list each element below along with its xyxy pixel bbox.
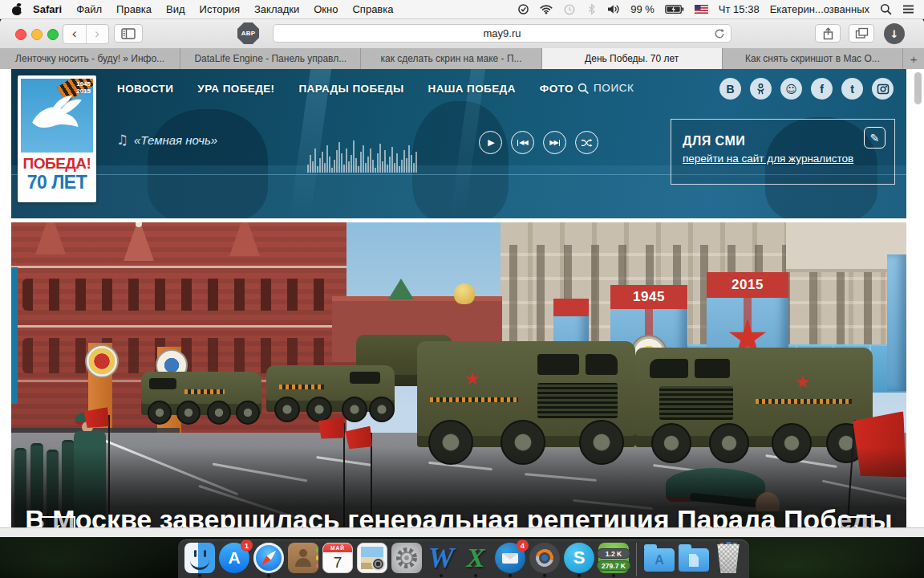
notification-center-icon[interactable] bbox=[902, 4, 914, 14]
dock-safari[interactable] bbox=[253, 543, 284, 573]
adblock-plus-button[interactable]: ABP bbox=[237, 22, 259, 44]
back-button[interactable]: ‹ bbox=[63, 25, 87, 43]
nav-photo[interactable]: ФОТО bbox=[540, 83, 573, 95]
nav-news[interactable]: НОВОСТИ bbox=[117, 83, 173, 95]
downloads-button[interactable]: ↓ bbox=[884, 23, 905, 44]
previous-track-button[interactable]: ◀◀ bbox=[511, 131, 534, 154]
new-tab-button[interactable]: + bbox=[903, 48, 924, 69]
menu-history[interactable]: История bbox=[192, 0, 247, 18]
address-bar[interactable]: may9.ru bbox=[273, 24, 732, 43]
dock-word[interactable]: W bbox=[426, 543, 456, 573]
dove-icon bbox=[22, 93, 91, 138]
carousel-prev-button[interactable]: ‹ bbox=[40, 516, 75, 527]
site-logo[interactable]: 1945 2015 ПОБЕДА! 70 ЛЕТ bbox=[18, 75, 96, 202]
dock-system-preferences[interactable] bbox=[391, 543, 422, 573]
upload-speed: 1.2 K bbox=[597, 548, 630, 559]
menu-help[interactable]: Справка bbox=[345, 0, 400, 18]
running-indicator bbox=[267, 574, 270, 577]
banner-tower-edge bbox=[887, 254, 906, 391]
menu-clock[interactable]: Чт 15:38 bbox=[719, 3, 760, 15]
volume-icon[interactable] bbox=[607, 3, 620, 15]
sidebar-button[interactable] bbox=[114, 24, 143, 43]
site-search[interactable]: ПОИСК bbox=[578, 82, 634, 94]
tab-3[interactable]: как сделать скрин на маке - П... bbox=[361, 48, 541, 69]
tabs-overview-icon bbox=[855, 27, 869, 39]
nav-parades[interactable]: ПАРАДЫ ПОБЕДЫ bbox=[298, 83, 403, 95]
banner-year-2015: 2015 bbox=[707, 272, 788, 298]
refresh-icon[interactable] bbox=[714, 28, 725, 42]
forward-button[interactable]: › bbox=[87, 25, 109, 43]
dock-skype[interactable]: S bbox=[564, 543, 594, 573]
twitter-icon[interactable]: t bbox=[841, 78, 863, 100]
apple-menu-icon[interactable] bbox=[11, 3, 23, 16]
logo-year-bottom: 2015 bbox=[76, 88, 91, 95]
input-language-flag-icon[interactable] bbox=[695, 5, 708, 14]
menu-edit[interactable]: Правка bbox=[109, 0, 159, 18]
next-track-button[interactable]: ▶▶ bbox=[543, 131, 566, 154]
menu-username[interactable]: Екатерин...озванных bbox=[770, 3, 869, 15]
logo-subtitle: 70 ЛЕТ bbox=[21, 172, 93, 193]
browser-toolbar: ‹ › ABP may9.ru ↓ bbox=[0, 18, 924, 49]
dock-applications-folder[interactable]: A bbox=[644, 543, 675, 573]
window-minimize-button[interactable] bbox=[31, 29, 43, 40]
armored-vehicle-1 bbox=[141, 372, 261, 415]
nav-ura-pobede[interactable]: УРА ПОБЕДЕ! bbox=[197, 83, 274, 95]
battery-percent[interactable]: 99 % bbox=[630, 3, 654, 15]
dock-excel[interactable]: X bbox=[460, 543, 491, 573]
window-zoom-button[interactable] bbox=[47, 29, 59, 40]
running-indicator bbox=[612, 574, 615, 577]
dock-calendar[interactable]: МАЙ7 bbox=[322, 543, 353, 573]
instagram-icon[interactable] bbox=[872, 78, 894, 100]
tab-2[interactable]: DataLife Engine - Панель управл... bbox=[180, 48, 361, 69]
dock-app-store[interactable]: A 1 bbox=[219, 543, 249, 573]
typhoon-truck-right bbox=[635, 348, 873, 447]
menu-view[interactable]: Вид bbox=[159, 0, 192, 18]
logo-title: ПОБЕДА! bbox=[21, 155, 93, 173]
armored-vehicle-2 bbox=[266, 365, 395, 412]
menu-app-safari[interactable]: Safari bbox=[23, 0, 69, 18]
menu-bookmarks[interactable]: Закладки bbox=[247, 0, 306, 18]
dock-photos[interactable] bbox=[357, 543, 387, 573]
tab-5[interactable]: Как снять скриншот в Mac O... bbox=[723, 48, 903, 69]
hero-headline[interactable]: В Москве завершилась генеральная репетиц… bbox=[11, 504, 906, 527]
may9-site: 1945 2015 ПОБЕДА! 70 ЛЕТ НОВОСТИ УРА П bbox=[11, 69, 906, 527]
running-indicator bbox=[198, 574, 201, 577]
dock-documents-folder[interactable] bbox=[679, 543, 709, 573]
banner-year-1945: 1945 bbox=[610, 285, 687, 309]
dock-thunderbird[interactable]: 4 bbox=[495, 543, 525, 573]
sidebar-icon bbox=[121, 28, 136, 39]
dock-contacts[interactable] bbox=[288, 543, 318, 573]
page-scrollbar[interactable] bbox=[914, 72, 922, 104]
nav-our-victory[interactable]: НАША ПОБЕДА bbox=[428, 83, 516, 95]
dock-crossover[interactable] bbox=[529, 543, 560, 573]
battery-icon[interactable] bbox=[665, 4, 684, 14]
red-flag-mid-1 bbox=[318, 417, 346, 440]
thunderbird-badge: 4 bbox=[517, 539, 529, 552]
dock-finder[interactable] bbox=[184, 543, 215, 573]
play-button[interactable]: ▶ bbox=[479, 131, 502, 154]
wifi-icon[interactable] bbox=[540, 4, 553, 14]
shuffle-button[interactable] bbox=[575, 131, 598, 154]
spotlight-icon[interactable] bbox=[880, 3, 892, 15]
press-site-link[interactable]: перейти на сайт для журналистов bbox=[683, 153, 853, 165]
bluetooth-icon[interactable] bbox=[586, 3, 597, 15]
show-all-tabs-button[interactable] bbox=[849, 24, 874, 43]
odnoklassniki-icon[interactable] bbox=[750, 78, 772, 100]
logo-year-top: 1945 bbox=[76, 80, 91, 88]
facebook-icon[interactable]: f bbox=[811, 78, 833, 100]
track-title: «Темная ночь» bbox=[134, 133, 217, 147]
moy-mir-icon[interactable]: ☺ bbox=[780, 78, 802, 100]
tab-1[interactable]: Ленточку носить - буду! » Инфо... bbox=[0, 48, 180, 69]
window-close-button[interactable] bbox=[15, 29, 26, 40]
tab-4-active[interactable]: День Победы. 70 лет bbox=[542, 48, 723, 69]
time-machine-icon[interactable] bbox=[563, 3, 576, 16]
menu-file[interactable]: Файл bbox=[69, 0, 109, 18]
vk-icon[interactable]: В bbox=[719, 78, 741, 100]
sync-clock-icon[interactable] bbox=[517, 3, 529, 15]
carousel-next-button[interactable]: › bbox=[839, 516, 874, 527]
dock-trash[interactable] bbox=[713, 543, 744, 573]
dock-network-monitor[interactable]: 1.2 K 279.7 K bbox=[598, 543, 629, 573]
share-button[interactable] bbox=[815, 24, 841, 43]
menu-window[interactable]: Окно bbox=[306, 0, 345, 18]
camera-lens-icon bbox=[371, 557, 385, 571]
